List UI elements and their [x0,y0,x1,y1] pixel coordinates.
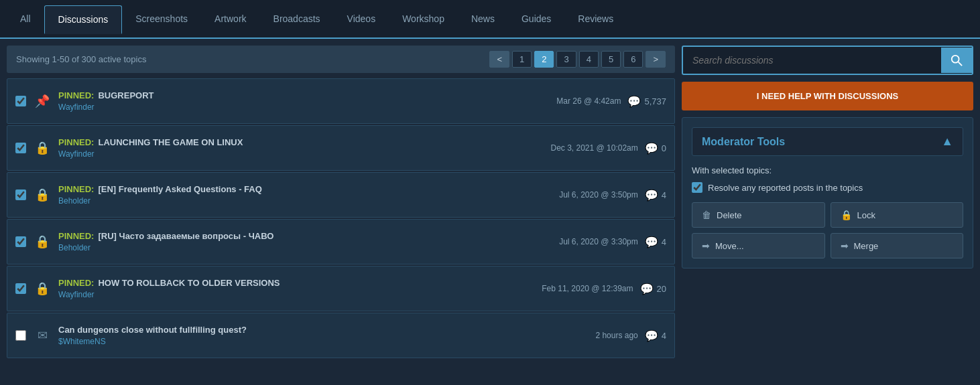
topic-date-3: Jul 6, 2020 @ 3:30pm [559,237,638,246]
topic-row: 🔒 PINNED: [RU] Часто задаваемые вопросы … [7,219,675,264]
tab-screenshots[interactable]: Screenshots [122,5,201,32]
resolve-checkbox[interactable] [692,182,702,193]
topic-meta-3: Jul 6, 2020 @ 3:30pm 💬 4 [559,236,666,248]
page-5[interactable]: 5 [601,51,621,68]
pagination-bar: Showing 1-50 of 300 active topics < 1 2 … [7,46,675,73]
mod-tools-title: Moderator Tools [702,136,785,148]
pinned-label-3: PINNED: [58,231,94,241]
topic-date-4: Feb 11, 2020 @ 12:39am [542,284,633,293]
tab-videos[interactable]: Videos [334,5,389,32]
merge-button[interactable]: ➡ Merge [831,233,964,258]
topic-title-line-3: PINNED: [RU] Часто задаваемые вопросы - … [58,231,552,241]
tab-bar: All Discussions Screenshots Artwork Broa… [0,0,980,39]
page-next[interactable]: > [646,51,666,68]
move-icon: ➡ [702,240,710,251]
pagination-info: Showing 1-50 of 300 active topics [16,54,146,64]
svg-point-0 [952,56,959,63]
pin-icon-0: 📌 [33,92,52,110]
topic-checkbox-0[interactable] [15,96,26,106]
comment-count-5: 4 [662,331,666,341]
topic-content-2: PINNED: [EN] Frequently Asked Questions … [58,184,552,206]
topic-author-1[interactable]: Wayfinder [58,149,544,159]
merge-icon: ➡ [841,240,849,251]
topic-author-5[interactable]: $WhitemeNS [58,337,589,346]
topic-title-line-5: Can dungeons close without fullfilling q… [58,325,589,335]
topic-date-2: Jul 6, 2020 @ 3:50pm [559,190,638,200]
mail-icon-5: ✉ [33,326,52,345]
pinned-label-0: PINNED: [58,90,94,100]
mod-actions: 🗑 Delete 🔒 Lock ➡ Move... ➡ Merge [692,202,963,258]
comment-icon-4: 💬 [640,283,654,295]
page-prev[interactable]: < [489,51,509,68]
page-1[interactable]: 1 [512,51,532,68]
move-label: Move... [715,241,744,251]
topic-checkbox-4[interactable] [15,283,26,294]
tab-discussions[interactable]: Discussions [44,5,123,34]
topic-title-line-0: PINNED: BUGREPORT [58,90,550,100]
left-panel: Showing 1-50 of 300 active topics < 1 2 … [7,46,675,360]
topic-title-line-4: PINNED: HOW TO ROLLBACK TO OLDER VERSION… [58,278,535,288]
with-selected-label: With selected topics: [692,165,963,175]
topic-title-line-2: PINNED: [EN] Frequently Asked Questions … [58,184,552,194]
lock-button[interactable]: 🔒 Lock [831,202,964,228]
topic-title-0[interactable]: BUGREPORT [98,90,154,100]
resolve-label: Resolve any reported posts in the topics [708,183,863,193]
topic-author-3[interactable]: Beholder [58,243,552,252]
topic-row: 🔒 PINNED: HOW TO ROLLBACK TO OLDER VERSI… [7,266,675,311]
topic-date-1: Dec 3, 2021 @ 10:02am [551,143,638,153]
topic-checkbox-5[interactable] [15,330,26,341]
tab-news[interactable]: News [458,5,508,32]
help-button[interactable]: I NEED HELP WITH DISCUSSIONS [682,82,973,110]
tab-all[interactable]: All [7,5,44,32]
topic-row: 📌 PINNED: BUGREPORT Wayfinder Mar 26 @ 4… [7,78,675,124]
resolve-option: Resolve any reported posts in the topics [692,182,963,193]
mod-tools-collapse-icon[interactable]: ▲ [941,135,953,149]
topic-author-4[interactable]: Wayfinder [58,290,535,299]
topic-title-4[interactable]: HOW TO ROLLBACK TO OLDER VERSIONS [98,278,280,288]
topic-meta-2: Jul 6, 2020 @ 3:50pm 💬 4 [559,189,666,202]
page-6[interactable]: 6 [623,51,643,68]
topic-title-3[interactable]: [RU] Часто задаваемые вопросы - ЧАВО [98,231,273,241]
topic-comments-5: 💬 4 [645,329,666,342]
delete-icon: 🗑 [702,210,711,220]
comment-count-0: 5,737 [644,96,666,106]
topic-content-0: PINNED: BUGREPORT Wayfinder [58,90,550,112]
topic-content-4: PINNED: HOW TO ROLLBACK TO OLDER VERSION… [58,278,535,299]
tab-guides[interactable]: Guides [508,5,564,32]
topic-checkbox-1[interactable] [15,143,26,153]
topic-title-line-1: PINNED: LAUNCHING THE GAME ON LINUX [58,137,544,147]
page-4[interactable]: 4 [579,51,599,68]
topic-checkbox-2[interactable] [15,189,26,200]
comment-count-2: 4 [662,190,666,200]
search-button[interactable] [941,48,972,73]
topic-title-2[interactable]: [EN] Frequently Asked Questions - FAQ [98,184,261,194]
topic-meta-1: Dec 3, 2021 @ 10:02am 💬 0 [551,142,667,155]
pinned-label-2: PINNED: [58,184,94,194]
tab-reviews[interactable]: Reviews [564,5,627,32]
lock-icon-1: 🔒 [33,139,52,157]
topic-author-2[interactable]: Beholder [58,196,552,206]
tab-artwork[interactable]: Artwork [201,5,259,32]
topic-author-0[interactable]: Wayfinder [58,102,550,112]
search-box [682,46,973,75]
pinned-label-4: PINNED: [58,278,94,288]
topic-title-1[interactable]: LAUNCHING THE GAME ON LINUX [98,137,243,147]
comment-count-4: 20 [657,284,666,294]
comment-icon-0: 💬 [627,95,641,108]
merge-label: Merge [854,241,879,251]
topic-meta-0: Mar 26 @ 4:42am 💬 5,737 [556,95,666,108]
comment-icon-5: 💬 [645,329,658,342]
page-3[interactable]: 3 [556,51,576,68]
tab-workshop[interactable]: Workshop [389,5,458,32]
tab-broadcasts[interactable]: Broadcasts [260,5,334,32]
lock-icon-3: 🔒 [33,232,52,251]
search-input[interactable] [683,47,941,74]
delete-button[interactable]: 🗑 Delete [692,202,825,228]
mod-tools-header: Moderator Tools ▲ [692,127,963,156]
page-2[interactable]: 2 [534,51,554,68]
topic-title-5[interactable]: Can dungeons close without fullfilling q… [58,325,247,335]
topic-checkbox-3[interactable] [15,236,26,247]
comment-count-3: 4 [662,237,666,247]
pinned-label-1: PINNED: [58,137,94,147]
move-button[interactable]: ➡ Move... [692,233,825,258]
